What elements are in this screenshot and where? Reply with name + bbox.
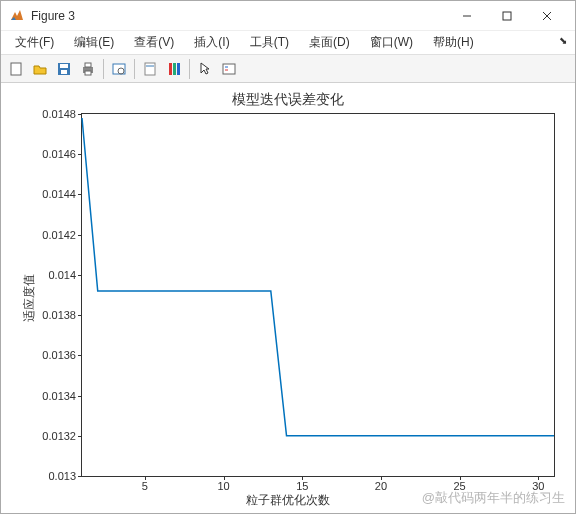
x-axis-label: 粒子群优化次数	[1, 492, 575, 509]
figure-canvas[interactable]: 模型迭代误差变化 适应度值 粒子群优化次数 0.0130.01320.01340…	[1, 83, 575, 513]
toolbar-separator	[134, 59, 135, 79]
new-figure-button[interactable]	[5, 58, 27, 80]
y-tick-label: 0.0144	[42, 188, 76, 200]
x-tick-label: 30	[532, 480, 544, 492]
svg-rect-1	[503, 12, 511, 20]
svg-rect-18	[223, 64, 235, 74]
svg-rect-15	[169, 63, 172, 75]
x-tick-label: 20	[375, 480, 387, 492]
figure-window: Figure 3 文件(F) 编辑(E) 查看(V) 插入(I) 工具(T) 桌…	[0, 0, 576, 514]
x-tick-label: 5	[142, 480, 148, 492]
x-tick-label: 25	[453, 480, 465, 492]
svg-rect-6	[60, 64, 68, 68]
title-bar: Figure 3	[1, 1, 575, 31]
y-tick-label: 0.0148	[42, 108, 76, 120]
menu-desktop[interactable]: 桌面(D)	[301, 32, 358, 53]
open-button[interactable]	[29, 58, 51, 80]
svg-rect-7	[61, 70, 67, 74]
y-tick-label: 0.0134	[42, 390, 76, 402]
toolbar-separator	[103, 59, 104, 79]
menu-dropdown-icon[interactable]: ⬊	[559, 35, 567, 46]
close-button[interactable]	[527, 2, 567, 30]
menu-view[interactable]: 查看(V)	[126, 32, 182, 53]
insert-colorbar-button[interactable]	[163, 58, 185, 80]
insert-legend-button[interactable]	[218, 58, 240, 80]
toolbar	[1, 55, 575, 83]
menu-tools[interactable]: 工具(T)	[242, 32, 297, 53]
menu-file[interactable]: 文件(F)	[7, 32, 62, 53]
maximize-button[interactable]	[487, 2, 527, 30]
save-button[interactable]	[53, 58, 75, 80]
toolbar-separator	[189, 59, 190, 79]
link-button[interactable]	[139, 58, 161, 80]
svg-rect-16	[173, 63, 176, 75]
x-tick-label: 10	[217, 480, 229, 492]
window-controls	[447, 2, 567, 30]
y-axis-label: 适应度值	[21, 274, 38, 322]
svg-rect-4	[11, 63, 21, 75]
y-tick-label: 0.013	[48, 470, 76, 482]
print-button[interactable]	[77, 58, 99, 80]
menu-insert[interactable]: 插入(I)	[186, 32, 237, 53]
y-tick-label: 0.0132	[42, 430, 76, 442]
y-tick-label: 0.0138	[42, 309, 76, 321]
svg-rect-13	[145, 63, 155, 75]
window-title: Figure 3	[31, 9, 447, 23]
svg-rect-10	[85, 71, 91, 75]
svg-rect-17	[177, 63, 180, 75]
y-tick-label: 0.0146	[42, 148, 76, 160]
menu-window[interactable]: 窗口(W)	[362, 32, 421, 53]
y-tick-label: 0.0142	[42, 229, 76, 241]
matlab-icon	[9, 8, 25, 24]
chart-title: 模型迭代误差变化	[1, 91, 575, 109]
y-tick-label: 0.0136	[42, 349, 76, 361]
x-tick-label: 15	[296, 480, 308, 492]
minimize-button[interactable]	[447, 2, 487, 30]
pointer-button[interactable]	[194, 58, 216, 80]
svg-rect-9	[85, 63, 91, 67]
print-preview-button[interactable]	[108, 58, 130, 80]
menu-bar: 文件(F) 编辑(E) 查看(V) 插入(I) 工具(T) 桌面(D) 窗口(W…	[1, 31, 575, 55]
axes: 0.0130.01320.01340.01360.01380.0140.0142…	[81, 113, 555, 477]
line-series	[82, 114, 554, 476]
menu-edit[interactable]: 编辑(E)	[66, 32, 122, 53]
menu-help[interactable]: 帮助(H)	[425, 32, 482, 53]
y-tick-label: 0.014	[48, 269, 76, 281]
